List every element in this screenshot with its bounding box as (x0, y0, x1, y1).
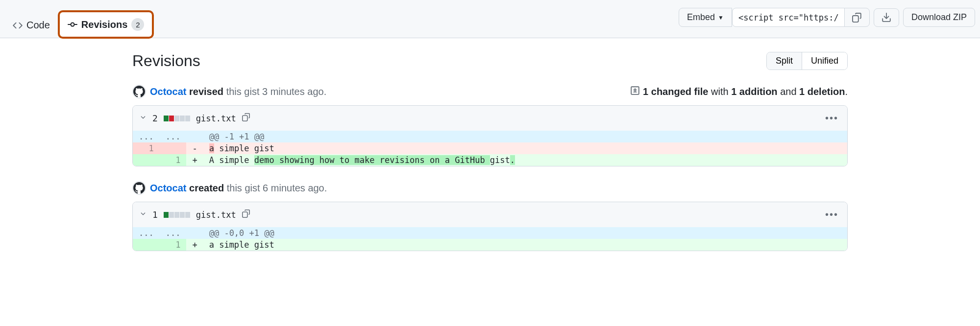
diffstat-bar (164, 212, 190, 218)
desktop-download-icon (882, 13, 891, 23)
diff-marker: - (186, 142, 203, 154)
hunk-header: ......@@ -0,0 +1 @@ (133, 227, 847, 239)
hunk-text: @@ -0,0 +1 @@ (203, 227, 847, 239)
diff-line: 1+a simple gist (133, 239, 847, 251)
new-line-no (160, 142, 187, 154)
main-content: Revisions Split Unified Octocat revised … (132, 38, 848, 285)
diff-marker: + (186, 239, 203, 251)
desktop-download-button[interactable] (874, 8, 899, 27)
diff-code: a simple gist (203, 142, 847, 154)
old-line-no (133, 154, 160, 166)
revision-object: this gist (226, 86, 262, 97)
diff-box: 2gist.txt•••......@@ -1 +1 @@1-a simple … (132, 105, 848, 166)
copy-filename-button[interactable] (242, 113, 250, 124)
tab-code-label: Code (26, 20, 50, 31)
diff-line: 1+A simple demo showing how to make revi… (133, 154, 847, 166)
copy-embed-button[interactable] (844, 8, 870, 27)
embed-label: Embed (687, 12, 715, 23)
change-count: 2 (152, 113, 158, 123)
hunk-text: @@ -1 +1 @@ (203, 131, 847, 142)
diffstat-bar (164, 116, 190, 121)
diff-marker: + (186, 154, 203, 166)
git-commit-icon (68, 20, 77, 29)
download-zip-label: Download ZIP (911, 12, 967, 23)
top-tab-bar: Code Revisions 2 Embed ▼ Download ZIP (0, 0, 980, 38)
page-title: Revisions (132, 52, 200, 70)
change-count: 1 (152, 210, 158, 220)
filename[interactable]: gist.txt (196, 114, 236, 123)
copy-filename-button[interactable] (242, 210, 250, 220)
diff-table: ......@@ -0,0 +1 @@1+a simple gist (133, 227, 847, 251)
revision-action: revised (189, 86, 223, 97)
revision: Octocat revised this gist 3 minutes ago.… (132, 85, 848, 166)
code-icon (13, 21, 23, 30)
diff-code: A simple demo showing how to make revisi… (203, 154, 847, 166)
revision-header: Octocat created this gist 6 minutes ago. (132, 181, 848, 195)
revision-header: Octocat revised this gist 3 minutes ago.… (132, 85, 848, 98)
avatar[interactable] (132, 85, 146, 98)
file-diff-icon (630, 86, 640, 98)
revision-action: created (189, 183, 224, 193)
tabs: Code Revisions 2 (5, 2, 154, 38)
collapse-toggle[interactable] (140, 113, 147, 123)
diff-code: a simple gist (203, 239, 847, 251)
file-actions-menu[interactable]: ••• (823, 207, 840, 222)
copy-icon (852, 13, 862, 23)
unified-view-button[interactable]: Unified (802, 52, 847, 70)
tab-revisions[interactable]: Revisions 2 (58, 10, 154, 39)
revision-object: this gist (227, 183, 263, 193)
download-zip-button[interactable]: Download ZIP (903, 8, 975, 27)
old-line-no: 1 (133, 142, 160, 154)
diffstat-summary: 1 changed file with 1 addition and 1 del… (630, 86, 848, 98)
revisions-count-badge: 2 (131, 18, 144, 31)
caret-down-icon: ▼ (718, 14, 724, 21)
hunk-header: ......@@ -1 +1 @@ (133, 131, 847, 142)
file-actions-menu[interactable]: ••• (823, 111, 840, 126)
diff-file-header: 2gist.txt••• (133, 106, 847, 131)
page-header: Revisions Split Unified (132, 52, 848, 70)
embed-snippet-input[interactable] (732, 8, 845, 27)
tab-code[interactable]: Code (5, 14, 58, 38)
revision: Octocat created this gist 6 minutes ago.… (132, 181, 848, 251)
diff-file-header: 1gist.txt••• (133, 202, 847, 227)
user-link[interactable]: Octocat (150, 86, 186, 97)
diff-line: 1-a simple gist (133, 142, 847, 154)
collapse-toggle[interactable] (140, 210, 147, 220)
user-link[interactable]: Octocat (150, 183, 186, 193)
diff-view-toggle: Split Unified (766, 52, 848, 70)
tab-revisions-label: Revisions (81, 19, 127, 30)
revision-time: 6 minutes ago. (263, 183, 327, 193)
embed-dropdown[interactable]: Embed ▼ (679, 8, 732, 27)
toolbar-right: Embed ▼ Download ZIP (679, 8, 975, 27)
diff-box: 1gist.txt•••......@@ -0,0 +1 @@1+a simpl… (132, 202, 848, 251)
new-line-no: 1 (160, 154, 187, 166)
revision-time: 3 minutes ago. (262, 86, 326, 97)
filename[interactable]: gist.txt (196, 210, 236, 220)
split-view-button[interactable]: Split (767, 52, 802, 70)
new-line-no: 1 (160, 239, 187, 251)
embed-group: Embed ▼ (679, 8, 870, 27)
avatar[interactable] (132, 181, 146, 195)
old-line-no (133, 239, 160, 251)
diff-table: ......@@ -1 +1 @@1-a simple gist1+A simp… (133, 131, 847, 166)
